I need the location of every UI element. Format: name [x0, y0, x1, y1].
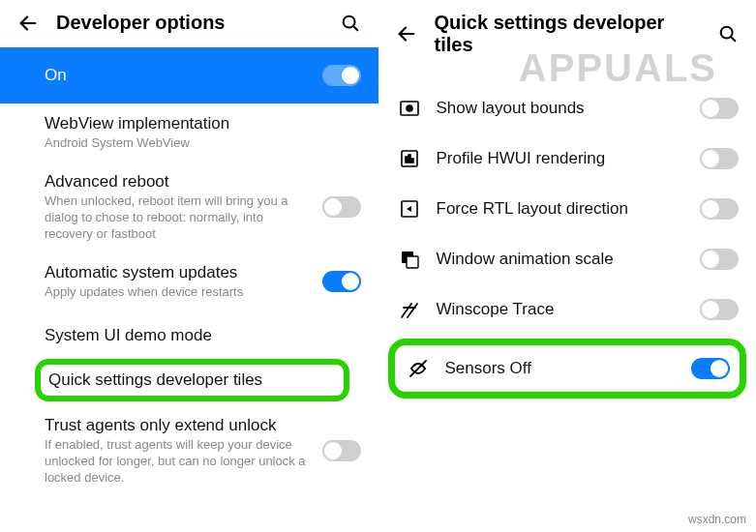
quick-settings-tiles-panel: Quick settings developer tiles Show layo… — [378, 0, 757, 532]
header-left: Developer options — [0, 0, 378, 47]
anim-scale-label: Window animation scale — [437, 249, 687, 269]
anim-scale-row[interactable]: Window animation scale — [378, 234, 757, 284]
master-toggle-label: On — [45, 65, 309, 85]
winscope-icon — [396, 296, 423, 323]
trust-agents-sub: If enabled, trust agents will keep your … — [45, 437, 309, 487]
master-toggle-switch[interactable] — [322, 65, 361, 86]
rtl-toggle[interactable] — [700, 198, 739, 220]
svg-line-5 — [731, 37, 735, 41]
svg-rect-11 — [411, 159, 413, 163]
auto-updates-label: Automatic system updates — [45, 262, 309, 282]
svg-line-2 — [352, 25, 356, 29]
hwui-icon — [396, 145, 423, 172]
quick-settings-tiles-row[interactable]: Quick settings developer tiles — [35, 359, 349, 401]
webview-sub: Android System WebView — [45, 135, 361, 152]
advanced-reboot-label: Advanced reboot — [45, 171, 309, 192]
rtl-icon — [396, 195, 423, 222]
page-title: Developer options — [56, 12, 322, 34]
search-icon[interactable] — [340, 13, 361, 34]
advanced-reboot-row[interactable]: Advanced reboot When unlocked, reboot it… — [0, 162, 378, 252]
rtl-label: Force RTL layout direction — [437, 198, 687, 219]
search-icon[interactable] — [717, 23, 739, 44]
layout-bounds-label: Show layout bounds — [437, 98, 687, 118]
header-right: Quick settings developer tiles — [378, 0, 757, 70]
svg-rect-9 — [406, 157, 408, 163]
webview-label: WebView implementation — [45, 113, 361, 133]
winscope-row[interactable]: Winscope Trace — [378, 284, 757, 335]
auto-updates-row[interactable]: Automatic system updates Apply updates w… — [0, 252, 378, 310]
auto-updates-toggle[interactable] — [322, 271, 361, 292]
webview-row[interactable]: WebView implementation Android System We… — [0, 103, 378, 162]
trust-agents-toggle[interactable] — [322, 440, 361, 461]
advanced-reboot-toggle[interactable] — [322, 196, 361, 218]
settings-list-right: Show layout bounds Profile HWUI renderin… — [378, 70, 757, 532]
sysui-demo-label: System UI demo mode — [45, 325, 361, 345]
svg-rect-10 — [408, 155, 410, 163]
sensors-off-label: Sensors Off — [445, 359, 679, 378]
anim-scale-toggle[interactable] — [700, 249, 739, 270]
hwui-row[interactable]: Profile HWUI rendering — [378, 133, 757, 184]
layout-bounds-icon — [396, 95, 423, 122]
winscope-label: Winscope Trace — [437, 299, 687, 319]
back-icon[interactable] — [396, 23, 417, 44]
trust-agents-label: Trust agents only extend unlock — [45, 415, 309, 435]
sysui-demo-row[interactable]: System UI demo mode — [0, 310, 378, 359]
rtl-row[interactable]: Force RTL layout direction — [378, 184, 757, 234]
layout-bounds-toggle[interactable] — [700, 98, 739, 119]
footer-watermark: wsxdn.com — [688, 513, 746, 526]
sensors-off-icon — [405, 355, 432, 382]
hwui-toggle[interactable] — [700, 148, 739, 169]
back-icon[interactable] — [17, 13, 39, 34]
winscope-toggle[interactable] — [700, 299, 739, 320]
layout-bounds-row[interactable]: Show layout bounds — [378, 83, 757, 133]
trust-agents-row[interactable]: Trust agents only extend unlock If enabl… — [0, 401, 378, 496]
svg-point-7 — [407, 105, 412, 111]
anim-scale-icon — [396, 246, 423, 273]
master-toggle-row[interactable]: On — [0, 47, 378, 103]
svg-rect-14 — [407, 256, 418, 268]
sensors-off-row[interactable]: Sensors Off — [388, 339, 747, 399]
developer-options-panel: Developer options On WebView implementat… — [0, 0, 378, 532]
auto-updates-sub: Apply updates when device restarts — [45, 284, 309, 301]
advanced-reboot-sub: When unlocked, reboot item will bring yo… — [45, 193, 309, 243]
hwui-label: Profile HWUI rendering — [437, 148, 687, 168]
sensors-off-toggle[interactable] — [691, 358, 730, 379]
settings-list-left: On WebView implementation Android System… — [0, 47, 378, 532]
page-title: Quick settings developer tiles — [435, 12, 701, 56]
quick-settings-tiles-label: Quick settings developer tiles — [48, 370, 336, 390]
